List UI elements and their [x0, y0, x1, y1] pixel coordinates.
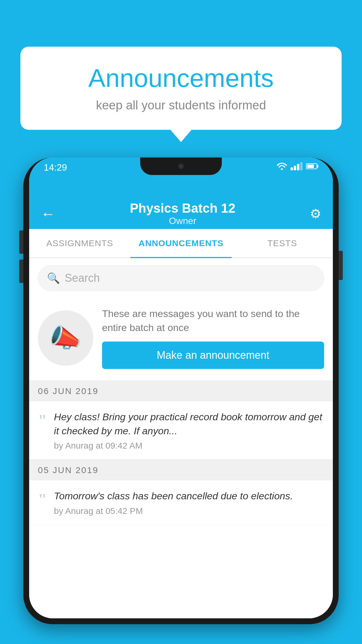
megaphone-icon: 📣	[49, 323, 82, 353]
announcement-text-1: Hey class! Bring your practical record b…	[54, 410, 324, 438]
quote-icon-2: "	[38, 491, 47, 508]
volume-up-button	[19, 230, 23, 254]
status-icons	[277, 162, 318, 170]
header-title: Physics Batch 12	[130, 201, 236, 216]
bubble-title: Announcements	[44, 64, 318, 92]
app-header: ← Physics Batch 12 Owner ⚙	[29, 178, 333, 229]
power-button	[339, 251, 343, 280]
tabs-container: ASSIGNMENTS ANNOUNCEMENTS TESTS	[29, 229, 333, 258]
phone-frame: 14:29	[23, 158, 339, 624]
announcement-item-2: " Tomorrow's class has been cancelled du…	[29, 480, 333, 525]
announcement-description: These are messages you want to send to t…	[102, 307, 324, 335]
announcement-text-2: Tomorrow's class has been cancelled due …	[54, 489, 324, 503]
announcement-item-1: " Hey class! Bring your practical record…	[29, 401, 333, 460]
announcement-right: These are messages you want to send to t…	[102, 307, 324, 369]
phone-screen: 14:29	[29, 158, 333, 618]
back-button[interactable]: ←	[41, 205, 55, 222]
camera-dot	[178, 163, 184, 169]
volume-buttons	[19, 230, 23, 283]
phone-wrapper: 14:29	[23, 158, 339, 644]
header-center: Physics Batch 12 Owner	[130, 201, 236, 226]
screen-body: 🔍 Search 📣 These are messages you want t…	[29, 258, 333, 618]
phone-notch	[140, 158, 222, 175]
search-placeholder-text: Search	[65, 272, 100, 284]
header-subtitle: Owner	[130, 216, 236, 226]
search-container: 🔍 Search	[29, 258, 333, 298]
wifi-icon	[277, 162, 287, 170]
announcement-meta-1: by Anurag at 09:42 AM	[54, 441, 324, 451]
tab-tests[interactable]: TESTS	[232, 229, 333, 258]
date-divider-1: 06 JUN 2019	[29, 381, 333, 401]
volume-down-button	[19, 260, 23, 283]
tab-announcements[interactable]: ANNOUNCEMENTS	[130, 229, 231, 258]
search-bar[interactable]: 🔍 Search	[38, 265, 324, 291]
announcement-content-2: Tomorrow's class has been cancelled due …	[54, 489, 324, 516]
quote-icon-1: "	[38, 412, 47, 429]
settings-button[interactable]: ⚙	[310, 206, 321, 221]
announcement-content-1: Hey class! Bring your practical record b…	[54, 410, 324, 451]
signal-icon	[291, 162, 303, 170]
speech-bubble: Announcements keep all your students inf…	[20, 47, 342, 130]
date-divider-2: 05 JUN 2019	[29, 460, 333, 480]
announcement-meta-2: by Anurag at 05:42 PM	[54, 506, 324, 516]
announcement-prompt: 📣 These are messages you want to send to…	[29, 298, 333, 381]
svg-point-0	[281, 168, 283, 170]
make-announcement-button[interactable]: Make an announcement	[102, 342, 324, 369]
tab-assignments[interactable]: ASSIGNMENTS	[29, 229, 130, 258]
bubble-subtitle: keep all your students informed	[44, 98, 318, 112]
battery-icon	[306, 163, 318, 169]
search-icon: 🔍	[47, 272, 60, 284]
announcement-icon-circle: 📣	[38, 310, 93, 366]
speech-bubble-section: Announcements keep all your students inf…	[20, 47, 342, 130]
status-time: 14:29	[44, 162, 67, 173]
